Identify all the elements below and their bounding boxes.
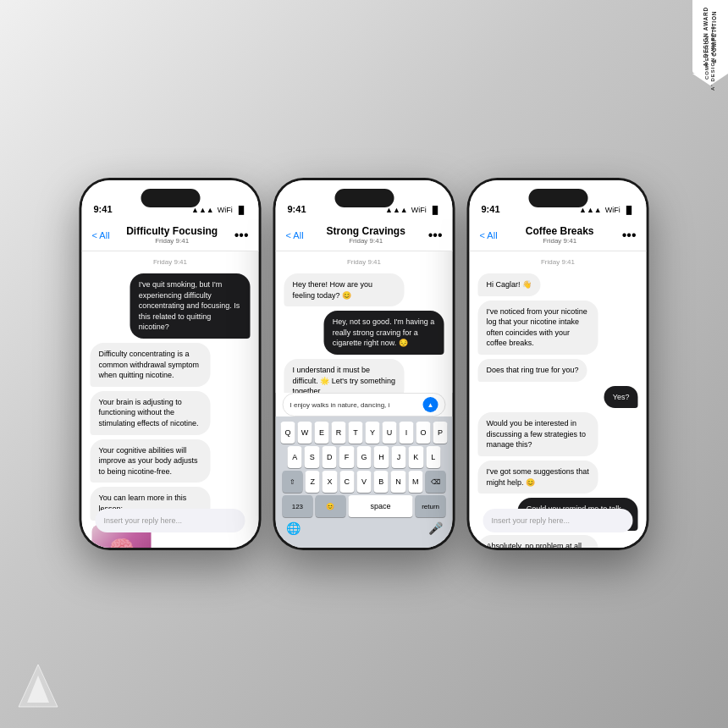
key-123[interactable]: 123 bbox=[283, 495, 313, 517]
input-placeholder-1: Insert your reply here... bbox=[104, 516, 183, 525]
kb-row-4: 123 😊 space return bbox=[279, 495, 449, 517]
messages-2: Friday 9:41 Hey there! How are you feeli… bbox=[276, 251, 453, 393]
key-F[interactable]: F bbox=[339, 446, 354, 468]
key-I[interactable]: I bbox=[400, 422, 414, 444]
status-time-1: 9:41 bbox=[94, 204, 113, 214]
nav-title-group-1: Difficulty Focusing Friday 9:41 bbox=[126, 225, 218, 245]
key-C[interactable]: C bbox=[339, 471, 354, 493]
key-D[interactable]: D bbox=[322, 446, 336, 468]
send-button-2[interactable]: ▲ bbox=[423, 397, 438, 412]
keyboard-rows: Q W E R T Y U I O P A S bbox=[276, 416, 453, 537]
key-W[interactable]: W bbox=[298, 422, 312, 444]
kb-row-2: A S D F G H J K L bbox=[279, 446, 449, 468]
phone-2: 9:41 ▲▲▲ WiFi ▐▌ < All Strong Cravings F… bbox=[273, 178, 455, 550]
key-E[interactable]: E bbox=[315, 422, 329, 444]
mic-icon[interactable]: 🎤 bbox=[428, 521, 443, 535]
keyboard-input-text: I enjoy walks in nature, dancing, i bbox=[290, 401, 423, 409]
key-U[interactable]: U bbox=[383, 422, 397, 444]
key-B[interactable]: B bbox=[374, 471, 389, 493]
signal-icon-1: ▲▲▲ bbox=[191, 206, 214, 214]
message-2-0: Hey there! How are you feeling today? 😊 bbox=[284, 273, 405, 306]
date-label-1: Friday 9:41 bbox=[91, 258, 251, 266]
status-time-3: 9:41 bbox=[482, 204, 500, 214]
key-Q[interactable]: Q bbox=[281, 422, 295, 444]
back-button-3[interactable]: < All bbox=[480, 230, 498, 240]
key-O[interactable]: O bbox=[416, 422, 431, 444]
back-button-2[interactable]: < All bbox=[286, 230, 304, 240]
key-delete[interactable]: ⌫ bbox=[425, 471, 445, 493]
message-3-1: I've noticed from your nicotine log that… bbox=[478, 301, 598, 355]
key-K[interactable]: K bbox=[409, 446, 423, 468]
signal-icon-3: ▲▲▲ bbox=[579, 206, 602, 214]
message-2-2: I understand it must be difficult. 🌟 Let… bbox=[284, 359, 405, 393]
chat-area-3: Friday 9:41 Hi Caglar! 👋 I've noticed fr… bbox=[470, 251, 647, 548]
message-3-2: Does that ring true for you? bbox=[478, 359, 587, 382]
nav-title-3: Coffee Breaks bbox=[526, 225, 594, 237]
key-P[interactable]: P bbox=[433, 422, 448, 444]
nav-subtitle-1: Friday 9:41 bbox=[155, 237, 189, 245]
more-button-2[interactable]: ••• bbox=[428, 228, 443, 243]
status-icons-3: ▲▲▲ WiFi ▐▌ bbox=[579, 206, 635, 214]
key-S[interactable]: S bbox=[305, 446, 319, 468]
phone-1: 9:41 ▲▲▲ WiFi ▐▌ < All Difficulty Focusi… bbox=[80, 178, 262, 550]
chat-area-2: Friday 9:41 Hey there! How are you feeli… bbox=[276, 251, 453, 393]
back-button-1[interactable]: < All bbox=[92, 230, 110, 240]
message-3-7: Absolutely, no problem at all. I'll send… bbox=[478, 535, 598, 548]
signal-icon-2: ▲▲▲ bbox=[385, 206, 408, 214]
key-A[interactable]: A bbox=[288, 446, 302, 468]
battery-icon-3: ▐▌ bbox=[624, 206, 635, 214]
phone-2-screen: 9:41 ▲▲▲ WiFi ▐▌ < All Strong Cravings F… bbox=[276, 180, 453, 548]
dynamic-island-3 bbox=[528, 189, 587, 207]
nav-title-1: Difficulty Focusing bbox=[126, 225, 218, 237]
chat-area-1: Friday 9:41 I've quit smoking, but I'm e… bbox=[82, 251, 259, 548]
globe-icon[interactable]: 🌐 bbox=[286, 521, 301, 535]
nav-bar-1: < All Difficulty Focusing Friday 9:41 ••… bbox=[82, 219, 259, 251]
logo-bottom bbox=[17, 660, 59, 711]
key-emoji[interactable]: 😊 bbox=[315, 495, 345, 517]
phones-container: 9:41 ▲▲▲ WiFi ▐▌ < All Difficulty Focusi… bbox=[80, 178, 649, 550]
battery-icon-1: ▐▌ bbox=[236, 206, 247, 214]
battery-icon-2: ▐▌ bbox=[430, 206, 441, 214]
keyboard-input-row[interactable]: I enjoy walks in nature, dancing, i ▲ bbox=[283, 393, 446, 416]
message-1-1: Difficulty concentrating is a common wit… bbox=[91, 343, 211, 387]
key-R[interactable]: R bbox=[332, 422, 346, 444]
key-L[interactable]: L bbox=[426, 446, 440, 468]
date-label-2: Friday 9:41 bbox=[284, 258, 444, 266]
input-bar-1[interactable]: Insert your reply here... bbox=[96, 509, 245, 532]
wifi-icon-3: WiFi bbox=[605, 206, 620, 214]
nav-subtitle-3: Friday 9:41 bbox=[543, 237, 576, 245]
input-bar-3[interactable]: Insert your reply here... bbox=[483, 509, 633, 532]
nav-title-group-3: Coffee Breaks Friday 9:41 bbox=[526, 225, 594, 245]
key-N[interactable]: N bbox=[391, 471, 405, 493]
status-icons-2: ▲▲▲ WiFi ▐▌ bbox=[385, 206, 441, 214]
messages-3: Friday 9:41 Hi Caglar! 👋 I've noticed fr… bbox=[470, 251, 647, 548]
key-T[interactable]: T bbox=[349, 422, 363, 444]
message-1-0: I've quit smoking, but I'm experiencing … bbox=[130, 273, 251, 339]
key-J[interactable]: J bbox=[391, 446, 405, 468]
dynamic-island-2 bbox=[334, 189, 394, 207]
key-Z[interactable]: Z bbox=[306, 471, 320, 493]
kb-row-3: ⇧ Z X C V B N M ⌫ bbox=[279, 471, 449, 493]
key-return[interactable]: return bbox=[416, 495, 446, 517]
key-G[interactable]: G bbox=[356, 446, 371, 468]
message-1-3: Your cognitive abilities will improve as… bbox=[91, 439, 211, 483]
key-shift[interactable]: ⇧ bbox=[282, 471, 302, 493]
key-space[interactable]: space bbox=[348, 495, 413, 517]
key-Y[interactable]: Y bbox=[366, 422, 380, 444]
more-button-1[interactable]: ••• bbox=[234, 228, 249, 243]
kb-bottom-row: 🌐 🎤 bbox=[279, 520, 449, 535]
status-time-2: 9:41 bbox=[288, 204, 306, 214]
key-X[interactable]: X bbox=[323, 471, 337, 493]
wifi-icon-1: WiFi bbox=[218, 206, 233, 214]
message-3-3: Yes? bbox=[604, 386, 638, 409]
nav-bar-2: < All Strong Cravings Friday 9:41 ••• bbox=[276, 219, 453, 251]
award-badge-overlay: A' DESIGN AWARD & COMPETITION bbox=[692, 7, 728, 108]
nav-title-2: Strong Cravings bbox=[326, 225, 405, 237]
more-button-3[interactable]: ••• bbox=[622, 228, 637, 243]
key-V[interactable]: V bbox=[356, 471, 371, 493]
message-3-4: Would you be interested in discussing a … bbox=[478, 412, 598, 456]
nav-title-group-2: Strong Cravings Friday 9:41 bbox=[326, 225, 405, 245]
message-1-2: Your brain is adjusting to functioning w… bbox=[91, 391, 211, 435]
key-M[interactable]: M bbox=[408, 471, 422, 493]
key-H[interactable]: H bbox=[374, 446, 389, 468]
